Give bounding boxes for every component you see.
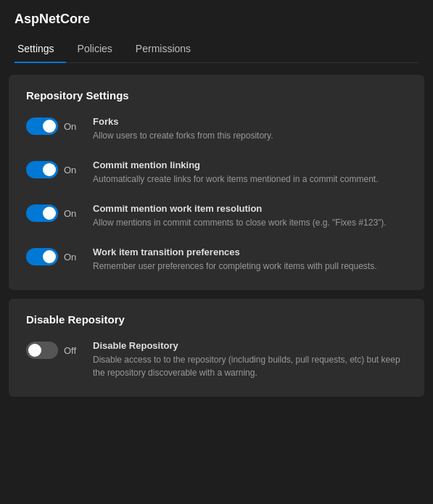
toggle-label-commit-mention-resolution: On <box>64 208 76 219</box>
setting-text-commit-mention-linking: Commit mention linking Automatically cre… <box>93 160 407 186</box>
setting-row-work-item-transition: On Work item transition preferences Reme… <box>26 247 407 273</box>
setting-name-work-item-transition: Work item transition preferences <box>93 247 407 257</box>
toggle-group-commit-mention-linking: On <box>26 160 84 178</box>
setting-row-commit-mention-linking: On Commit mention linking Automatically … <box>26 160 407 186</box>
setting-desc-work-item-transition: Remember user preferences for completing… <box>93 260 407 273</box>
tab-bar: Settings Policies Permissions <box>15 37 418 63</box>
toggle-label-disable-repository: Off <box>64 345 76 356</box>
toggle-commit-mention-resolution[interactable] <box>26 205 58 222</box>
setting-row-forks: On Forks Allow users to create forks fro… <box>26 116 407 142</box>
setting-desc-commit-mention-resolution: Allow mentions in commit comments to clo… <box>93 216 407 229</box>
toggle-group-forks: On <box>26 116 84 135</box>
setting-desc-forks: Allow users to create forks from this re… <box>93 129 407 142</box>
tab-settings[interactable]: Settings <box>15 37 66 63</box>
disable-repo-title: Disable Repository <box>26 313 407 326</box>
toggle-group-work-item-transition: On <box>26 247 84 265</box>
toggle-group-commit-mention-resolution: On <box>26 203 84 222</box>
app-header: AspNetCore Settings Policies Permissions <box>0 0 433 63</box>
content-area: Repository Settings On Forks Allow users… <box>0 63 433 408</box>
setting-name-commit-mention-linking: Commit mention linking <box>93 160 407 170</box>
setting-name-commit-mention-resolution: Commit mention work item resolution <box>93 203 407 214</box>
setting-text-work-item-transition: Work item transition preferences Remembe… <box>93 247 407 273</box>
repo-settings-title: Repository Settings <box>26 89 407 102</box>
toggle-commit-mention-linking[interactable] <box>26 161 58 178</box>
toggle-label-forks: On <box>64 121 76 132</box>
setting-name-forks: Forks <box>93 116 407 127</box>
setting-row-disable-repository: Off Disable Repository Disable access to… <box>26 340 407 379</box>
tab-permissions[interactable]: Permissions <box>124 37 202 63</box>
setting-desc-disable-repository: Disable access to to the repository (inc… <box>93 353 407 379</box>
app-title: AspNetCore <box>15 12 418 27</box>
setting-text-forks: Forks Allow users to create forks from t… <box>93 116 407 142</box>
repo-settings-card: Repository Settings On Forks Allow users… <box>9 75 424 290</box>
disable-repo-card: Disable Repository Off Disable Repositor… <box>9 299 424 397</box>
toggle-disable-repository[interactable] <box>26 342 58 359</box>
setting-desc-commit-mention-linking: Automatically create links for work item… <box>93 173 407 186</box>
toggle-work-item-transition[interactable] <box>26 248 58 265</box>
tab-policies[interactable]: Policies <box>66 37 124 63</box>
setting-text-commit-mention-resolution: Commit mention work item resolution Allo… <box>93 203 407 229</box>
setting-text-disable-repository: Disable Repository Disable access to to … <box>93 340 407 379</box>
toggle-group-disable-repository: Off <box>26 340 84 359</box>
toggle-label-work-item-transition: On <box>64 252 76 263</box>
setting-name-disable-repository: Disable Repository <box>93 340 407 351</box>
toggle-label-commit-mention-linking: On <box>64 165 76 175</box>
toggle-forks[interactable] <box>26 117 58 135</box>
setting-row-commit-mention-resolution: On Commit mention work item resolution A… <box>26 203 407 229</box>
